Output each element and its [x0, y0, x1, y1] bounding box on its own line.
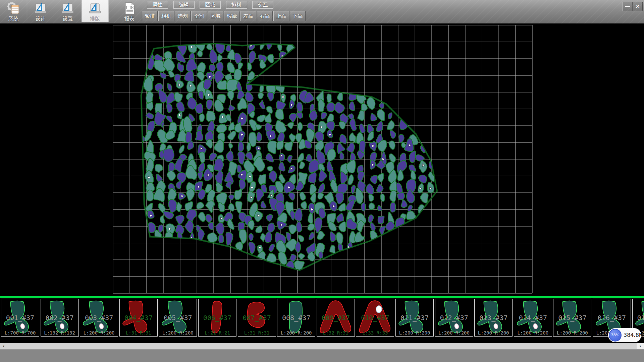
app-button-label: 设置 — [63, 16, 73, 22]
piece-lr-label: L:200 R:200 — [80, 330, 118, 336]
piece-name-label: 009_#37 — [317, 314, 355, 322]
horizontal-scrollbar[interactable]: ‹ › — [0, 343, 644, 349]
piece-thumbnail-14[interactable]: 014_#37L:200 R:200 — [514, 299, 552, 337]
piece-name-label: 010_#37 — [356, 314, 394, 322]
menu-tab-5[interactable]: 交互 — [252, 1, 273, 9]
title-toolbar: 系统设计设置排版报表 属性编辑区域排料交互 聚排相机选割全割区域瑕疵左靠右靠上靠… — [0, 0, 644, 23]
app-button-iconbox — [88, 1, 102, 16]
close-button[interactable]: ✕ — [633, 2, 643, 11]
menu-tab-4[interactable]: 排料 — [226, 1, 247, 9]
app-window: { "window": { "minimize_glyph": "—", "cl… — [0, 0, 644, 362]
piece-name-label: 011_#37 — [396, 314, 433, 322]
app-button-4[interactable]: 排版 — [82, 0, 109, 22]
piece-thumbnail-5[interactable]: 005_#37L:200 R:200 — [159, 299, 197, 337]
piece-name-label: 001_#37 — [1, 314, 39, 322]
tool-button-8[interactable]: 右靠 — [257, 11, 273, 21]
ruler-laptop-icon — [88, 2, 102, 15]
piece-name-label: 017_#37 — [633, 314, 644, 322]
app-button-label: 系统 — [8, 16, 18, 22]
piece-lr-label: L:21 R:21 — [199, 330, 236, 336]
piece-thumbnail-7[interactable]: 007_#37L:31 R:31 — [238, 299, 276, 337]
piece-name-label: 012_#37 — [435, 314, 473, 322]
report-icon — [123, 2, 136, 15]
piece-lr-label: L:33 R:33 — [356, 330, 394, 336]
app-button-iconbox — [7, 1, 20, 16]
strip-top-line — [0, 296, 644, 298]
app-button-label: 排版 — [90, 16, 100, 22]
piece-name-label: 013_#37 — [475, 314, 512, 322]
piece-thumbnail-3[interactable]: 003_#37L:200 R:200 — [80, 299, 118, 337]
app-button-iconbox — [61, 1, 74, 16]
memory-badge: 38% 384.8M — [608, 328, 641, 342]
scroll-right-arrow-icon[interactable]: › — [637, 343, 644, 349]
piece-thumbnail-strip: 001_#37L:700 R:700002_#37L:132 R:132003_… — [0, 296, 644, 343]
piece-name-label: 014_#37 — [514, 314, 552, 322]
piece-thumbnail-4[interactable]: 004_#37L:31 R:31 — [119, 299, 158, 337]
piece-name-label: 008_#37 — [277, 314, 315, 322]
tool-button-1[interactable]: 聚排 — [142, 11, 158, 21]
tool-button-5[interactable]: 区域 — [208, 11, 223, 21]
app-button-iconbox — [123, 1, 136, 16]
piece-lr-label: L:32 R:31 — [317, 330, 355, 336]
tool-button-9[interactable]: 上靠 — [273, 11, 289, 21]
piece-thumbnail-13[interactable]: 013_#37L:200 R:200 — [474, 299, 513, 337]
piece-thumbnail-12[interactable]: 012_#37L:200 R:200 — [435, 299, 473, 337]
tool-button-4[interactable]: 全割 — [191, 11, 207, 21]
piece-thumbnail-2[interactable]: 002_#37L:132 R:132 — [41, 299, 79, 337]
piece-lr-label: L:200 R:200 — [553, 330, 591, 336]
menu-tab-3[interactable]: 区域 — [200, 1, 221, 9]
nesting-canvas[interactable] — [0, 23, 644, 296]
nesting-layout-svg — [0, 23, 644, 296]
piece-thumbnail-15[interactable]: 015_#37L:200 R:200 — [553, 299, 591, 337]
piece-name-label: 005_#37 — [159, 314, 197, 322]
piece-thumbnail-6[interactable]: 006_#37L:21 R:21 — [198, 299, 236, 337]
piece-name-label: 015_#37 — [553, 314, 591, 322]
piece-lr-label: L:200 R:200 — [159, 330, 197, 336]
piece-lr-label: L:31 R:31 — [120, 330, 157, 336]
piece-lr-label: L:132 R:132 — [41, 330, 78, 336]
piece-thumbnail-1[interactable]: 001_#37L:700 R:700 — [1, 299, 39, 337]
piece-name-label: 004_#37 — [120, 314, 157, 322]
memory-usage-label: 384.8M — [624, 332, 644, 338]
tool-button-10[interactable]: 下靠 — [290, 11, 306, 21]
piece-name-label: 007_#37 — [238, 314, 276, 322]
tool-button-3[interactable]: 选割 — [175, 11, 191, 21]
status-bar — [0, 349, 644, 362]
scroll-left-arrow-icon[interactable]: ‹ — [0, 343, 7, 349]
menu-tab-2[interactable]: 编辑 — [173, 1, 195, 9]
gear-doc-icon — [7, 2, 20, 15]
piece-lr-label: L:31 R:31 — [238, 330, 276, 336]
app-button-5[interactable]: 报表 — [116, 0, 143, 22]
ruler-laptop-icon — [61, 2, 74, 15]
ruler-laptop-icon — [34, 2, 47, 15]
piece-name-label: 003_#37 — [80, 314, 118, 322]
memory-percent-indicator: 38% — [609, 329, 622, 342]
piece-lr-label: L:200 R:200 — [396, 330, 433, 336]
menu-tab-1[interactable]: 属性 — [147, 1, 168, 9]
app-button-1[interactable]: 系统 — [0, 0, 27, 22]
tool-button-7[interactable]: 左靠 — [240, 11, 256, 21]
piece-thumbnail-11[interactable]: 011_#37L:200 R:200 — [395, 299, 434, 337]
tool-button-2[interactable]: 相机 — [158, 11, 174, 21]
app-button-label: 报表 — [124, 16, 135, 22]
app-button-3[interactable]: 设置 — [54, 0, 82, 22]
piece-lr-label: L:700 R:700 — [1, 330, 39, 336]
piece-lr-label: L:200 R:200 — [514, 330, 552, 336]
piece-lr-label: L:200 R:200 — [277, 330, 315, 336]
piece-lr-label: L:200 R:200 — [435, 330, 473, 336]
app-button-label: 设计 — [36, 16, 46, 22]
piece-name-label: 016_#37 — [593, 314, 631, 322]
tool-button-6[interactable]: 瑕疵 — [224, 11, 240, 21]
minimize-button[interactable]: — — [623, 2, 633, 11]
piece-name-label: 002_#37 — [41, 314, 78, 322]
piece-name-label: 006_#37 — [199, 314, 236, 322]
piece-thumbnail-10[interactable]: 010_#37L:33 R:33 — [356, 299, 394, 337]
piece-thumbnail-9[interactable]: 009_#37L:32 R:31 — [317, 299, 355, 337]
piece-thumbnail-8[interactable]: 008_#37L:200 R:200 — [277, 299, 315, 337]
piece-lr-label: L:200 R:200 — [475, 330, 512, 336]
app-button-2[interactable]: 设计 — [27, 0, 54, 22]
app-button-iconbox — [34, 1, 47, 16]
